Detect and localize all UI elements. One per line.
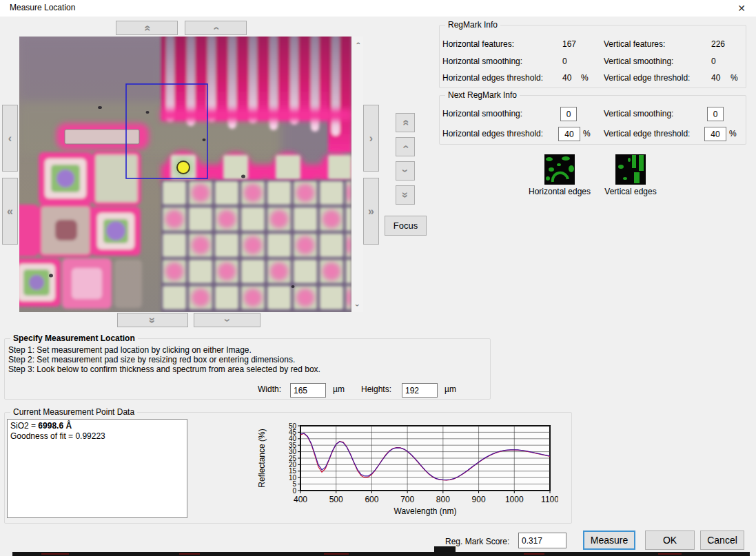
scroll-up-fast-button[interactable]: »: [116, 21, 178, 35]
svg-text:40: 40: [289, 435, 297, 442]
horizontal-edges-label: Horizontal edges: [524, 187, 595, 196]
v-threshold-label: Vertical edge threshold:: [604, 73, 690, 83]
pan-left-button[interactable]: ‹: [2, 105, 18, 172]
scroll-up-button[interactable]: ›: [185, 21, 247, 35]
wafer-view: [19, 37, 351, 312]
current-point-title: Current Measurement Point Data: [10, 406, 137, 418]
svg-text:0: 0: [292, 487, 296, 495]
chevron-double-right-icon: »: [368, 206, 374, 217]
stage-up-fast-button[interactable]: »: [396, 113, 415, 132]
chevron-double-down-icon: »: [400, 192, 411, 198]
v-features-label: Vertical features:: [604, 39, 665, 49]
chevron-double-left-icon: «: [7, 206, 13, 217]
background-window-notch: [434, 546, 456, 556]
next-h-threshold-input[interactable]: [558, 127, 580, 141]
heights-input[interactable]: [402, 383, 438, 398]
width-label: Width:: [258, 384, 281, 394]
next-h-threshold-unit: %: [583, 129, 591, 138]
h-features-label: Horizontal features:: [442, 39, 514, 49]
measurement-marker: [177, 161, 190, 174]
width-unit: µm: [333, 384, 345, 394]
reg-mark-score-label: Reg. Mark Score:: [445, 537, 509, 546]
svg-text:800: 800: [436, 495, 450, 504]
svg-text:15: 15: [289, 467, 297, 475]
next-v-threshold-unit: %: [729, 129, 737, 138]
dialog-title: Measure Location: [10, 3, 75, 12]
svg-text:900: 900: [472, 495, 486, 504]
chevron-left-icon: ‹: [8, 133, 12, 144]
svg-text:400: 400: [294, 495, 307, 504]
next-regmark-title: Next RegMark Info: [445, 90, 520, 101]
spectrum-chart: 0510152025303540455040050060070080090010…: [255, 413, 558, 518]
vertical-edges-thumb: [615, 154, 646, 185]
image-vertical-scrollbar[interactable]: › ›: [352, 37, 363, 312]
scroll-down-fast-button[interactable]: »: [117, 313, 188, 327]
h-smoothing-value: 0: [562, 56, 567, 66]
h-features-value: 167: [562, 39, 576, 49]
cancel-button[interactable]: Cancel: [700, 531, 744, 550]
horizontal-edges-thumb: [544, 154, 575, 185]
step1-text: Step 1: Set measurement pad location by …: [8, 345, 252, 355]
next-h-threshold-label: Horizontal edges threshold:: [442, 129, 543, 138]
h-threshold-label: Horizontal edges threshold:: [442, 73, 543, 83]
microscope-image[interactable]: [19, 37, 351, 312]
width-input[interactable]: [290, 383, 326, 398]
svg-text:Reflectance (%): Reflectance (%): [257, 429, 267, 487]
measure-button[interactable]: Measure: [583, 531, 635, 550]
background-window-edge: [12, 552, 750, 556]
h-threshold-unit: %: [581, 73, 589, 83]
svg-text:35: 35: [289, 442, 297, 449]
stage-down-fast-button[interactable]: »: [396, 185, 415, 205]
next-h-smoothing-input[interactable]: [560, 107, 577, 121]
chevron-double-down-icon: »: [147, 317, 159, 323]
svg-text:50: 50: [289, 422, 297, 430]
chevron-up-icon: ›: [210, 26, 221, 30]
svg-text:1100: 1100: [541, 495, 558, 504]
close-icon[interactable]: ✕: [731, 1, 752, 16]
vertical-edges-label: Vertical edges: [598, 187, 663, 196]
heights-label: Heights:: [361, 384, 391, 394]
v-threshold-unit: %: [731, 73, 738, 83]
chevron-down-icon: ›: [400, 169, 411, 172]
v-smoothing-label: Vertical smoothing:: [604, 56, 673, 66]
vertical-edges-image[interactable]: [615, 154, 646, 185]
step3-text: Step 3: Look below to confirm thickness …: [8, 364, 320, 374]
svg-text:25: 25: [289, 455, 297, 462]
title-bar: Measure Location ✕: [0, 0, 756, 17]
ok-button[interactable]: OK: [645, 531, 695, 550]
stage-down-button[interactable]: ›: [396, 161, 415, 181]
svg-text:600: 600: [365, 495, 378, 504]
svg-text:Wavelength (nm): Wavelength (nm): [394, 506, 457, 516]
focus-button[interactable]: Focus: [385, 216, 427, 236]
chevron-double-up-icon: »: [141, 25, 152, 31]
measure-location-dialog: Measure Location ✕ » ›: [0, 0, 756, 556]
reg-mark-score-input[interactable]: [518, 533, 566, 548]
goodness-of-fit: Goodness of fit = 0.99223: [10, 431, 184, 442]
h-smoothing-label: Horizontal smoothing:: [442, 56, 522, 66]
pan-right-fast-button[interactable]: »: [363, 178, 379, 245]
specify-title: Specify Measurement Location: [10, 333, 138, 344]
horizontal-edges-image[interactable]: [544, 154, 575, 185]
step2-text: Step 2: Set measurement pad size by resi…: [8, 355, 295, 364]
stage-up-button[interactable]: ›: [396, 137, 415, 156]
pan-right-button[interactable]: ›: [363, 105, 379, 172]
v-threshold-value: 40: [711, 73, 720, 83]
chevron-down-icon: ›: [221, 318, 232, 322]
next-h-smoothing-label: Horizontal smoothing:: [442, 109, 522, 119]
heights-unit: µm: [445, 384, 456, 394]
svg-text:20: 20: [289, 461, 297, 469]
scroll-down-button[interactable]: ›: [194, 313, 260, 327]
scrollbar-down-icon[interactable]: ›: [352, 300, 363, 311]
pan-left-fast-button[interactable]: «: [2, 178, 18, 245]
next-v-threshold-label: Vertical edge threshold:: [604, 129, 690, 138]
next-v-smoothing-label: Vertical smoothing:: [604, 109, 673, 119]
scrollbar-up-icon[interactable]: ›: [352, 38, 363, 49]
next-v-threshold-input[interactable]: [704, 127, 726, 141]
svg-text:30: 30: [289, 448, 297, 455]
v-features-value: 226: [711, 39, 725, 49]
svg-text:1000: 1000: [505, 495, 524, 504]
chevron-up-icon: ›: [400, 145, 411, 148]
measurement-results-list[interactable]: SiO2 = 6998.6 Å Goodness of fit = 0.9922…: [7, 419, 187, 518]
next-v-smoothing-input[interactable]: [707, 107, 724, 121]
svg-text:500: 500: [329, 495, 343, 504]
